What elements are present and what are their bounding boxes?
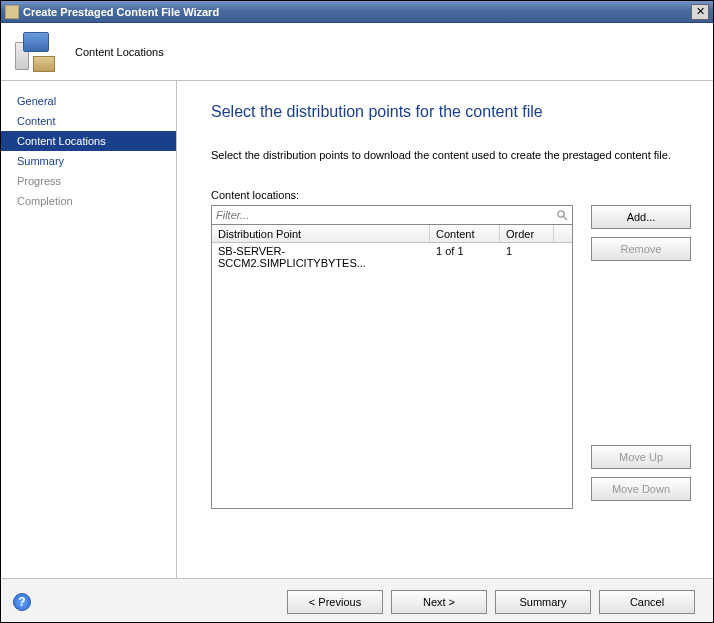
sidebar-item-content[interactable]: Content: [1, 111, 176, 131]
add-button[interactable]: Add...: [591, 205, 691, 229]
col-order[interactable]: Order: [500, 225, 554, 242]
content-locations-list[interactable]: Distribution Point Content Order SB-SERV…: [211, 225, 573, 509]
app-icon: [5, 5, 19, 19]
wizard-icon: [15, 32, 55, 72]
previous-button[interactable]: < Previous: [287, 590, 383, 614]
table-row[interactable]: SB-SERVER-SCCM2.SIMPLICITYBYTES... 1 of …: [212, 243, 572, 271]
sidebar-item-content-locations[interactable]: Content Locations: [1, 131, 176, 151]
wizard-footer: ? < Previous Next > Summary Cancel: [1, 578, 713, 623]
search-icon: [555, 208, 569, 222]
move-up-button: Move Up: [591, 445, 691, 469]
sidebar-item-summary[interactable]: Summary: [1, 151, 176, 171]
main-panel: Select the distribution points for the c…: [177, 81, 713, 578]
wizard-header-label: Content Locations: [75, 46, 164, 58]
filter-input[interactable]: [211, 205, 573, 225]
cell-order: 1: [500, 245, 554, 269]
titlebar: Create Prestaged Content File Wizard ✕: [1, 1, 713, 23]
help-icon[interactable]: ?: [13, 593, 31, 611]
cancel-button[interactable]: Cancel: [599, 590, 695, 614]
window-title: Create Prestaged Content File Wizard: [23, 6, 691, 18]
instruction-text: Select the distribution points to downlo…: [211, 149, 691, 161]
col-spacer: [554, 225, 572, 242]
list-label: Content locations:: [211, 189, 691, 201]
svg-line-1: [564, 217, 568, 221]
cell-content: 1 of 1: [430, 245, 500, 269]
svg-point-0: [558, 211, 564, 217]
next-button[interactable]: Next >: [391, 590, 487, 614]
col-distribution-point[interactable]: Distribution Point: [212, 225, 430, 242]
cell-dp: SB-SERVER-SCCM2.SIMPLICITYBYTES...: [212, 245, 430, 269]
col-content[interactable]: Content: [430, 225, 500, 242]
close-button[interactable]: ✕: [691, 4, 709, 20]
sidebar-item-completion: Completion: [1, 191, 176, 211]
page-title: Select the distribution points for the c…: [211, 103, 691, 121]
sidebar-item-general[interactable]: General: [1, 91, 176, 111]
summary-button[interactable]: Summary: [495, 590, 591, 614]
list-header: Distribution Point Content Order: [212, 225, 572, 243]
wizard-header: Content Locations: [1, 23, 713, 81]
move-down-button: Move Down: [591, 477, 691, 501]
sidebar-item-progress: Progress: [1, 171, 176, 191]
remove-button: Remove: [591, 237, 691, 261]
wizard-steps-sidebar: General Content Content Locations Summar…: [1, 81, 177, 578]
